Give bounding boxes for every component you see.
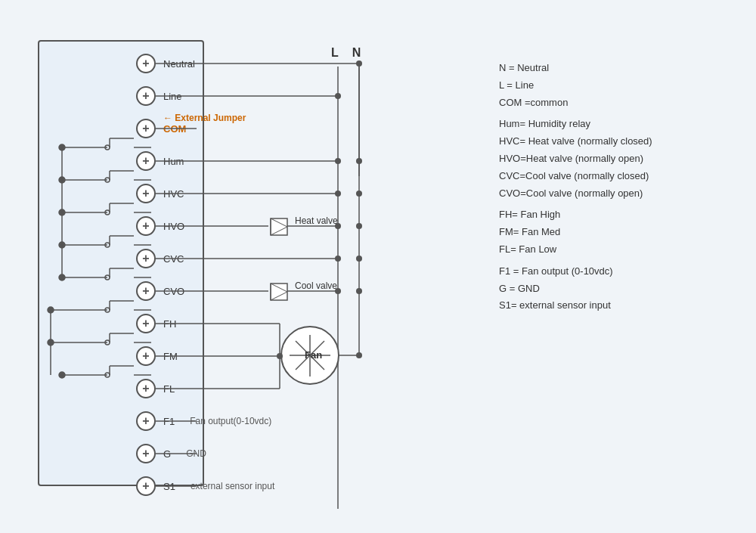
terminal-row-neutral: + Neutral [136, 48, 274, 80]
label-fl: FL [163, 383, 175, 395]
label-fm: FM [163, 351, 178, 362]
terminal-line: + [136, 86, 156, 106]
svg-point-95 [356, 158, 362, 164]
legend-line-11: F1 = Fan output (0-10vdc) [499, 264, 733, 280]
label-hum: Hum [163, 156, 184, 167]
label-neutral: Neutral [163, 58, 195, 70]
terminal-cvc: + [136, 249, 156, 268]
label-cvc: CVC [163, 253, 184, 265]
legend-line-2: COM =common [499, 95, 733, 111]
terminal-row-f1: + F1 Fan output(0-10vdc) [136, 405, 274, 438]
terminal-s1: + [136, 476, 156, 496]
terminal-neutral: + [136, 54, 156, 73]
terminal-fm: + [136, 346, 156, 366]
svg-point-98 [356, 256, 362, 262]
svg-line-82 [296, 341, 324, 370]
svg-point-97 [356, 223, 362, 229]
legend-line-12: G = GND [499, 281, 733, 297]
label-hvo: HVO [163, 221, 184, 232]
legend-container: N = NeutralL = LineCOM =commonHum= Humid… [499, 60, 733, 314]
svg-point-59 [335, 158, 341, 164]
legend-line-6: CVC=Cool valve (normally closed) [499, 169, 733, 184]
diagram-area: L N [15, 25, 446, 509]
terminal-column: + Neutral + Line ← External Jumper + COM… [136, 48, 274, 503]
legend-line-5: HVO=Heat valve (normally open) [499, 151, 733, 167]
terminal-com: + [136, 119, 156, 138]
terminal-row-cvo: + CVO [136, 275, 274, 308]
svg-point-42 [59, 372, 65, 378]
svg-point-69 [335, 256, 341, 262]
svg-text:Heat valve: Heat valve [295, 215, 338, 226]
svg-point-86 [356, 352, 362, 358]
terminal-row-fl: + FL [136, 373, 274, 405]
legend-line-4: HVC= Heat valve (normally closed) [499, 134, 733, 150]
terminal-hvc: + [136, 184, 156, 203]
legend-line-3: Hum= Humidity relay [499, 116, 733, 132]
label-cvo: CVO [163, 286, 184, 297]
terminal-row-g: + G GND [136, 438, 274, 470]
svg-text:Cool valve: Cool valve [295, 280, 337, 291]
terminal-row-cvc: + CVC [136, 243, 274, 275]
terminal-cvo: + [136, 281, 156, 301]
terminal-fl: + [136, 379, 156, 398]
terminal-fh: + [136, 314, 156, 333]
terminal-hvo: + [136, 216, 156, 236]
terminal-row-hvo: + HVO [136, 210, 274, 243]
label-com: COM [163, 123, 186, 135]
legend-area: N = NeutralL = LineCOM =commonHum= Humid… [499, 60, 733, 315]
svg-point-56 [335, 93, 341, 99]
g-sub-label: GND [186, 448, 206, 459]
svg-point-79 [281, 327, 339, 384]
svg-point-66 [335, 223, 341, 229]
legend-line-10: FL= Fan Low [499, 242, 733, 258]
svg-point-54 [356, 60, 362, 67]
terminal-f1: + [136, 411, 156, 431]
terminal-row-s1: + S1 external sensor input [136, 470, 274, 503]
l-label: L [331, 46, 339, 60]
ln-labels: L N [331, 46, 361, 60]
n-label: N [352, 46, 361, 60]
terminal-hum: + [136, 151, 156, 171]
svg-point-96 [356, 191, 362, 197]
legend-line-8: FH= Fan High [499, 207, 733, 223]
svg-line-83 [296, 341, 324, 370]
svg-point-61 [335, 191, 341, 197]
label-g: G [163, 448, 171, 460]
terminal-row-hum: + Hum [136, 145, 274, 178]
terminal-row-hvc: + HVC [136, 178, 274, 210]
legend-line-13: S1= external sensor input [499, 298, 733, 314]
svg-text:Fan: Fan [305, 349, 322, 361]
label-s1: S1 [163, 481, 175, 492]
terminal-row-com: + COM [136, 113, 274, 145]
legend-line-1: L = Line [499, 78, 733, 94]
s1-sub-label: external sensor input [191, 481, 274, 491]
label-line: Line [163, 91, 182, 102]
f1-sub-label: Fan output(0-10vdc) [190, 416, 271, 426]
label-hvc: HVC [163, 188, 184, 200]
label-f1: F1 [163, 416, 175, 427]
terminal-row-line: + Line ← External Jumper [136, 80, 274, 113]
legend-line-7: CVO=Cool valve (normally open) [499, 186, 733, 202]
svg-point-74 [335, 288, 341, 294]
label-fh: FH [163, 318, 176, 330]
main-container: L N [0, 0, 756, 533]
svg-point-90 [277, 353, 283, 359]
terminal-row-fm: + FM [136, 340, 274, 373]
legend-line-0: N = Neutral [499, 60, 733, 76]
terminal-row-fh: + FH [136, 308, 274, 340]
legend-line-9: FM= Fan Med [499, 225, 733, 240]
svg-point-99 [356, 288, 362, 294]
terminal-g: + [136, 444, 156, 463]
